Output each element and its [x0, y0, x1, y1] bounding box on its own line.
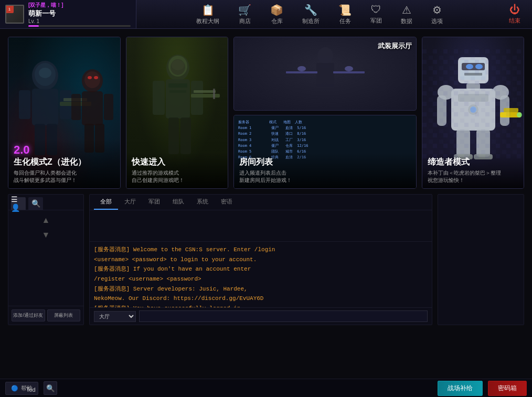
svg-rect-13: [82, 91, 103, 125]
nav-data-label: 数据: [401, 17, 412, 25]
player-name: 萌新一号: [28, 9, 131, 18]
weapons-card[interactable]: 武装展示厅: [233, 37, 417, 111]
nav-exit[interactable]: ⏻ 结束: [503, 1, 527, 27]
mode-cards: 2.0 生化模式Z（进化） 每回合僵尸和人类都会进化战斗解锁更多武器与僵尸！: [8, 37, 524, 189]
chat-input-row: 大厅 军团 组队: [90, 307, 432, 325]
nav-items: 📋 教程大纲 🛒 商店 📦 仓库 🔧 制造所 📜 任务 🛡 军团 ⚠ 数据 ⚙: [136, 1, 503, 28]
nav-tasks[interactable]: 📜 任务: [329, 1, 361, 28]
quick-title: 快速进入: [132, 157, 222, 168]
creator-card-info: 缔造者模式 本补丁由＜吃虎岩的桀巴＞整理祝您游玩愉快！: [422, 153, 524, 188]
chat-input[interactable]: [139, 310, 428, 322]
chat-message-5: [服务器消息] Server developers: Jusic, Hardee…: [94, 284, 428, 294]
friend-list-tab[interactable]: ☰👤: [11, 197, 26, 210]
warehouse-icon: 📦: [270, 4, 283, 16]
main-content: 2.0 生化模式Z（进化） 每回合僵尸和人类都会进化战斗解锁更多武器与僵尸！: [0, 29, 532, 397]
svg-point-19: [88, 76, 92, 79]
zombie-desc: 每回合僵尸和人类都会进化战斗解锁更多武器与僵尸！: [14, 169, 115, 184]
player-bottom-name: Ted: [26, 387, 36, 393]
svg-rect-4: [19, 90, 30, 119]
data-icon: ⚠: [402, 4, 411, 16]
svg-rect-37: [286, 71, 317, 73]
creator-mode-card[interactable]: 缔造者模式 本补丁由＜吃虎岩的桀巴＞整理祝您游玩愉快！: [422, 37, 524, 189]
weapon-display-art: [281, 40, 370, 92]
player-avatar: 1: [5, 5, 24, 24]
room-list-card[interactable]: 服务器 模式 地图 人数 Room 1 僵尸 血清 5/16 Room 2 快速…: [233, 115, 417, 189]
svg-rect-38: [333, 71, 365, 73]
bottom-section: ☰👤 🔍 ▲ ▼ 添加/通过好友 屏蔽列表 全部 大厅 军团 组: [8, 194, 524, 325]
svg-rect-63: [422, 49, 524, 159]
chat-tab-lobby[interactable]: 大厅: [118, 195, 142, 210]
zombie-mode-card[interactable]: 2.0 生化模式Z（进化） 每回合僵尸和人类都会进化战斗解锁更多武器与僵尸！: [8, 37, 121, 189]
nav-warehouse[interactable]: 📦 仓库: [261, 1, 293, 28]
svg-point-34: [171, 59, 185, 75]
friend-search-tab[interactable]: 🔍: [28, 197, 43, 210]
weapons-label: 武装展示厅: [378, 41, 412, 51]
guild-icon: 🛡: [371, 4, 381, 16]
svg-rect-32: [194, 90, 216, 93]
robot-figure: [422, 49, 524, 159]
nav-forge[interactable]: 🔧 制造所: [293, 1, 329, 28]
options-icon: ⚙: [432, 4, 442, 16]
password-box-button[interactable]: 密码箱: [488, 381, 527, 396]
player-info: 1 [双子星，喵！] 萌新一号 Lv. 1: [0, 0, 136, 28]
chat-message-6: NekoMeow. Our Discord: https://discord.g…: [94, 294, 428, 304]
roomlist-card-info: 房间列表 进入频道列表后点击新建房间后开始游戏！: [234, 153, 416, 188]
nav-options[interactable]: ⚙ 选项: [422, 1, 452, 28]
roomlist-desc: 进入频道列表后点击新建房间后开始游戏！: [239, 169, 411, 184]
svg-point-18: [84, 71, 100, 88]
nav-tutorial[interactable]: 📋 教程大纲: [187, 1, 229, 28]
svg-point-40: [345, 66, 353, 71]
svg-rect-30: [169, 90, 186, 93]
help-icon: 🔵: [11, 385, 18, 392]
player-level: Lv. 1: [28, 18, 131, 24]
svg-rect-15: [104, 94, 113, 120]
search-button[interactable]: 🔍: [44, 381, 57, 395]
scroll-down: ▼: [11, 228, 81, 242]
chat-tab-all[interactable]: 全部: [94, 195, 118, 210]
svg-point-20: [94, 76, 98, 79]
quick-enter-card[interactable]: 快速进入 通过推荐的游戏模式自己创建房间游戏吧！: [126, 37, 228, 189]
nav-end: ⏻ 结束: [503, 1, 532, 27]
level-bar-fill: [28, 25, 39, 27]
creator-title: 缔造者模式: [428, 157, 518, 168]
svg-point-39: [297, 66, 306, 71]
nav-tasks-label: 任务: [339, 17, 351, 25]
add-friend-button[interactable]: 添加/通过好友: [12, 309, 45, 321]
middle-column: 武装展示厅 服务器 模式 地图 人数 Room 1 僵尸 血清 5/16 Roo…: [233, 37, 417, 189]
chat-panel: 全部 大厅 军团 组队 系统 密语 [服务器消息] Welcome to the…: [89, 194, 432, 325]
friend-panel: ☰👤 🔍 ▲ ▼ 添加/通过好友 屏蔽列表: [8, 194, 84, 325]
friend-tabs: ☰👤 🔍: [8, 195, 83, 210]
nav-shop-label: 商店: [239, 17, 251, 25]
exit-icon: ⏻: [509, 4, 520, 16]
friend-actions: 添加/通过好友 屏蔽列表: [8, 306, 83, 325]
zombie-version: 2.0: [14, 143, 115, 157]
scroll-up: ▲: [11, 213, 81, 228]
forge-icon: 🔧: [304, 4, 317, 16]
soldier-figure: [126, 49, 228, 159]
nav-guild[interactable]: 🛡 军团: [361, 1, 391, 28]
block-list-button[interactable]: 屏蔽列表: [47, 309, 81, 321]
nav-guild-label: 军团: [370, 17, 382, 25]
nav-forge-label: 制造所: [302, 17, 320, 25]
svg-rect-29: [168, 83, 187, 88]
svg-point-35: [317, 47, 333, 64]
chat-channel-select[interactable]: 大厅 军团 组队: [94, 311, 136, 322]
rank-badge: 1: [5, 5, 14, 13]
nav-options-label: 选项: [431, 17, 443, 25]
battle-supply-button[interactable]: 战场补给: [438, 381, 483, 396]
nav-shop[interactable]: 🛒 商店: [229, 1, 261, 28]
svg-rect-24: [191, 81, 203, 115]
chat-tab-guild[interactable]: 军团: [142, 195, 166, 210]
svg-rect-23: [153, 81, 165, 115]
chat-tab-system[interactable]: 系统: [190, 195, 215, 210]
game-modes-section: 2.0 生化模式Z（进化） 每回合僵尸和人类都会进化战斗解锁更多武器与僵尸！: [0, 29, 532, 397]
nav-exit-label: 结束: [509, 17, 520, 25]
chat-tab-team[interactable]: 组队: [166, 195, 190, 210]
chat-tab-whisper[interactable]: 密语: [215, 195, 239, 210]
level-bar: [28, 25, 131, 27]
nav-tutorial-label: 教程大纲: [196, 17, 219, 25]
tutorial-icon: 📋: [201, 4, 215, 16]
nav-data[interactable]: ⚠ 数据: [391, 1, 422, 28]
player-title: [双子星，喵！]: [28, 2, 131, 9]
chat-message-7: [服务器消息] You have successfully logged in.: [94, 304, 428, 307]
